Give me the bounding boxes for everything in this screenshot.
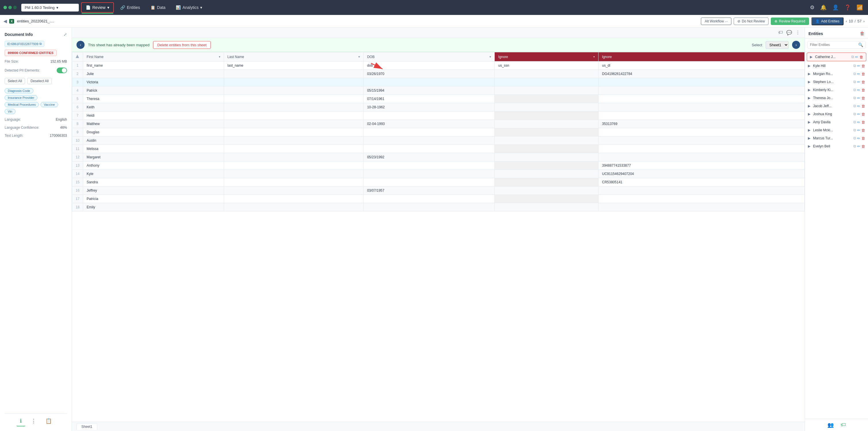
entity-item[interactable]: ▶ Theresa Jo... ⧉ ✏ 🗑 <box>805 94 868 102</box>
settings-icon[interactable]: ⚙ <box>808 3 816 12</box>
entity-copy-icon[interactable]: ⧉ <box>853 120 856 124</box>
entity-item[interactable]: ▶ Morgan Ro... ⧉ ✏ 🗑 <box>805 70 868 78</box>
entity-delete-icon[interactable]: 🗑 <box>861 96 865 100</box>
entity-copy-icon[interactable]: ⧉ <box>853 79 856 84</box>
report-tab[interactable]: 📋 <box>42 416 55 426</box>
table-row[interactable]: 7 Heidi <box>72 111 805 120</box>
do-not-review-button[interactable]: ⊘ Do Not Review <box>734 18 769 25</box>
entity-edit-icon[interactable]: ✏ <box>857 64 860 68</box>
table-row[interactable]: 1 first_name last_name dob us_ssn us_dl <box>72 62 805 70</box>
tag-medical-procedures[interactable]: Medical Procedures <box>5 102 39 107</box>
delete-entities-button[interactable]: Delete entities from this sheet <box>153 41 211 49</box>
review-required-button[interactable]: ⊕ Review Required <box>771 18 809 25</box>
nav-entities[interactable]: 🔗 Entities <box>116 3 144 12</box>
table-row[interactable]: 9 Douglas <box>72 128 805 136</box>
entity-edit-icon[interactable]: ✏ <box>857 144 860 148</box>
entity-edit-icon[interactable]: ✏ <box>857 96 860 100</box>
expand-icon[interactable]: ⤢ <box>64 32 67 37</box>
last-name-header[interactable]: Last Name ▾ <box>224 52 364 62</box>
entity-item[interactable]: ▶ Marcus Tur... ⧉ ✏ 🗑 <box>805 134 868 142</box>
entity-delete-icon[interactable]: 🗑 <box>861 120 865 124</box>
more-options-icon[interactable]: ⋮ <box>796 30 800 35</box>
ignore-col1-header[interactable]: Ignore ▾ <box>495 52 598 62</box>
next-nav-circle[interactable]: › <box>792 41 800 49</box>
entity-item[interactable]: ▶ Joshua King ⧉ ✏ 🗑 <box>805 110 868 118</box>
bell-icon[interactable]: 🔔 <box>818 3 828 12</box>
back-button[interactable]: ◀ <box>3 19 7 24</box>
sheet1-tab[interactable]: Sheet1 <box>76 423 97 430</box>
tag-vaccine[interactable]: Vaccine <box>40 102 58 107</box>
entity-copy-icon[interactable]: ⧉ <box>853 88 856 92</box>
entity-item[interactable]: ▶ Leslie Mcki... ⧉ ✏ 🗑 <box>805 126 868 134</box>
entity-edit-icon[interactable]: ✏ <box>855 55 858 59</box>
entity-copy-icon[interactable]: ⧉ <box>853 112 856 117</box>
entity-edit-icon[interactable]: ✏ <box>857 88 860 92</box>
tag-vin[interactable]: Vin <box>5 109 16 114</box>
entity-delete-icon[interactable]: 🗑 <box>861 104 865 108</box>
entity-edit-icon[interactable]: ✏ <box>857 112 860 117</box>
entity-delete-icon[interactable]: 🗑 <box>861 64 865 68</box>
add-entities-button[interactable]: 👤 Add Entities <box>811 17 843 25</box>
tag-insurance-provider[interactable]: Insurance Provider <box>5 95 37 100</box>
entity-edit-icon[interactable]: ✏ <box>857 72 860 76</box>
ignore-col2-header[interactable]: Ignore <box>598 52 805 62</box>
entity-edit-icon[interactable]: ✏ <box>857 104 860 108</box>
entity-edit-icon[interactable]: ✏ <box>857 136 860 140</box>
table-row[interactable]: 11 Melissa <box>72 145 805 153</box>
entity-copy-icon[interactable]: ⧉ <box>853 71 856 76</box>
dob-header[interactable]: DOB ▾ <box>364 52 495 62</box>
entity-delete-icon[interactable]: 🗑 <box>861 136 865 140</box>
table-row[interactable]: 10 Austin <box>72 136 805 145</box>
entity-edit-icon[interactable]: ✏ <box>857 80 860 84</box>
table-row[interactable]: 14 Kyle UC91154629407204 <box>72 170 805 178</box>
comment-icon[interactable]: 💬 <box>786 30 792 35</box>
entity-delete-icon[interactable]: 🗑 <box>861 80 865 84</box>
table-row[interactable]: 8 Matthew 02-04-1993 35313769 <box>72 120 805 128</box>
entity-copy-icon[interactable]: ⧉ <box>853 64 856 68</box>
entity-item[interactable]: ▶ Kimberly Ki... ⧉ ✏ 🗑 <box>805 86 868 94</box>
first-name-header[interactable]: First Name ▾ <box>83 52 224 62</box>
prev-nav-circle[interactable]: ‹ <box>76 41 85 49</box>
next-page-button[interactable]: › <box>863 19 865 23</box>
copy-icon[interactable]: ⧉ <box>39 42 42 46</box>
entity-item[interactable]: ▶ Kyle Hill ⧉ ✏ 🗑 <box>805 62 868 70</box>
entities-panel-delete-icon[interactable]: 🗑 <box>860 31 865 36</box>
entity-item[interactable]: ▶ Jacob Jeff... ⧉ ✏ 🗑 <box>805 102 868 110</box>
entity-item[interactable]: ▶ Stephen Lo... ⧉ ✏ 🗑 <box>805 78 868 86</box>
entity-delete-icon[interactable]: 🗑 <box>859 55 863 59</box>
tag-icon[interactable]: 🏷 <box>778 30 783 35</box>
entity-copy-icon[interactable]: ⧉ <box>853 104 856 108</box>
select-all-button[interactable]: Select All <box>5 78 25 84</box>
table-row[interactable]: 3 Victoria <box>72 78 805 87</box>
help-icon[interactable]: ❓ <box>843 3 852 12</box>
hierarchy-tab[interactable]: ⋮ <box>28 416 40 426</box>
sheet-select[interactable]: Sheet1 <box>766 41 788 49</box>
entity-edit-icon[interactable]: ✏ <box>857 128 860 132</box>
entity-item[interactable]: ▶ Catherine J... ⧉ ✏ 🗑 <box>807 53 866 61</box>
entity-delete-icon[interactable]: 🗑 <box>861 112 865 117</box>
alt-workflow-button[interactable]: Alt Workflow ··· <box>701 18 732 25</box>
entity-delete-icon[interactable]: 🗑 <box>861 144 865 148</box>
entity-copy-icon[interactable]: ⧉ <box>853 96 856 100</box>
tag-bottom-icon[interactable]: 🏷 <box>841 422 846 428</box>
tag-diagnosis-code[interactable]: Diagnosis Code <box>5 88 33 93</box>
nav-review[interactable]: 📄 Review ▾ <box>81 2 114 13</box>
project-selector[interactable]: PM 1.60.0 Testing ▾ <box>21 4 79 11</box>
entity-copy-icon[interactable]: ⧉ <box>851 55 854 59</box>
info-tab[interactable]: ℹ <box>17 416 25 426</box>
table-row[interactable]: 6 Keith 10-28-1962 <box>72 103 805 111</box>
user-icon[interactable]: 👤 <box>831 3 840 12</box>
deselect-all-button[interactable]: Deselect All <box>27 78 52 84</box>
entity-copy-icon[interactable]: ⧉ <box>853 144 856 148</box>
nav-data[interactable]: 📋 Data <box>146 3 170 12</box>
table-row[interactable]: 5 Theresa 07/14/1961 <box>72 95 805 103</box>
table-row[interactable]: 4 Patrick 05/15/1994 <box>72 87 805 95</box>
table-row[interactable]: 2 Julie 03/26/1970 DG4196261422784 <box>72 70 805 78</box>
entity-edit-icon[interactable]: ✏ <box>857 120 860 124</box>
table-row[interactable]: 12 Margaret 05/23/1992 <box>72 153 805 162</box>
nav-analytics[interactable]: 📊 Analytics ▾ <box>172 3 206 12</box>
entity-copy-icon[interactable]: ⧉ <box>853 128 856 132</box>
table-row[interactable]: 13 Anthony 394887741533877 <box>72 162 805 170</box>
table-row[interactable]: 16 Jeffrey 03/07/1957 <box>72 187 805 195</box>
pii-toggle-switch[interactable] <box>57 68 67 73</box>
